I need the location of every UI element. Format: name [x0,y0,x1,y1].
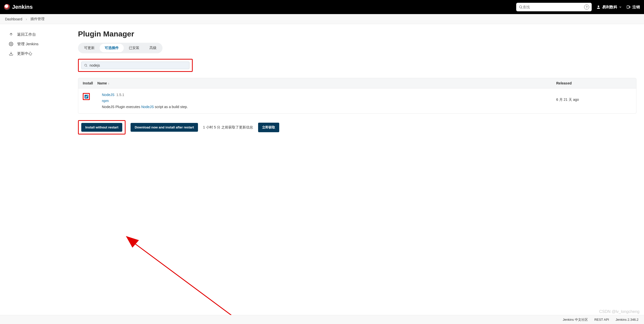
plugin-version: 1.5.1 [116,93,124,97]
tab-available[interactable]: 可选插件 [100,44,124,52]
chevron-right-icon: › [26,17,27,21]
brand[interactable]: Jenkins [4,4,33,10]
logout-link[interactable]: 注销 [626,5,640,10]
install-checkbox[interactable] [85,95,88,99]
action-bar: Install without restart Download now and… [78,120,636,134]
plugin-row: NodeJS 1.5.1 npm NodeJS Plugin executes … [78,88,636,114]
plugin-released: 6 月 21 天 ago [556,92,632,102]
user-menu[interactable]: 易利数科 [596,5,622,10]
plugin-desc-link[interactable]: NodeJS [141,105,154,109]
chevron-down-icon [619,6,622,9]
footer-community-link[interactable]: Jenkins 中文社区 [563,317,588,322]
col-name[interactable]: Name ↓ [97,81,556,85]
plugin-table-header: Install Name ↓ Released [78,78,636,88]
plugin-filter[interactable] [81,62,189,69]
page-title: Plugin Manager [78,30,636,38]
svg-marker-11 [126,236,139,248]
tab-advanced[interactable]: 高级 [144,44,162,52]
check-now-button[interactable]: 立即获取 [258,123,279,132]
col-released: Released [556,81,632,85]
global-search[interactable]: ? [516,3,592,11]
plugin-name-link[interactable]: NodeJS [102,93,114,97]
sidebar-item-label: 返回工作台 [17,32,36,37]
plugin-filter-input[interactable] [90,63,187,67]
breadcrumb-item[interactable]: 插件管理 [30,17,45,21]
download-install-restart-button[interactable]: Download now and install after restart [131,123,198,132]
footer-version: Jenkins 2.346.2 [616,318,638,321]
user-icon [596,5,601,9]
svg-point-0 [519,6,522,8]
sidebar-item-label: 管理 Jenkins [17,42,38,47]
svg-line-1 [521,8,522,9]
update-check-info: 1 小时 5 分 之前获取了更新信息 [203,125,253,130]
search-icon [84,64,88,67]
logout-icon [626,5,631,9]
plugin-desc: NodeJS Plugin executes NodeJS script as … [102,104,556,110]
footer-rest-api-link[interactable]: REST API [594,318,609,321]
arrow-up-icon [9,32,14,37]
footer: Jenkins 中文社区 REST API Jenkins 2.346.2 [0,315,644,324]
breadcrumb-item[interactable]: Dashboard [5,17,22,21]
svg-point-8 [85,64,87,66]
sidebar-item-label: 更新中心 [17,51,32,56]
svg-line-9 [87,66,87,67]
filter-highlight-box [78,59,193,72]
logout-label: 注销 [632,5,640,10]
jenkins-logo-icon [4,4,10,10]
download-icon [9,51,14,56]
tabs: 可更新 可选插件 已安装 高级 [78,43,163,53]
user-label: 易利数科 [602,5,617,10]
global-search-input[interactable] [523,5,584,9]
search-icon [519,5,523,9]
tab-updates[interactable]: 可更新 [79,44,100,52]
breadcrumb: Dashboard › 插件管理 [0,14,644,24]
sidebar-item-back[interactable]: 返回工作台 [6,30,75,39]
col-install: Install [83,81,97,85]
plugin-tag-link[interactable]: npm [102,99,109,103]
sidebar-item-update-center[interactable]: 更新中心 [6,49,75,58]
install-without-restart-button[interactable]: Install without restart [81,123,122,132]
gear-icon [9,42,14,46]
svg-point-2 [598,6,599,7]
tab-installed[interactable]: 已安装 [124,44,144,52]
sort-down-icon: ↓ [108,82,109,85]
install-button-highlight-box: Install without restart [78,120,126,134]
sidebar-item-manage[interactable]: 管理 Jenkins [6,39,75,49]
brand-text: Jenkins [12,4,33,10]
sidebar: 返回工作台 管理 Jenkins 更新中心 [0,24,78,315]
search-help-icon[interactable]: ? [584,5,589,10]
checkbox-highlight-box [83,93,90,100]
svg-line-10 [130,240,287,315]
svg-point-6 [11,43,12,45]
